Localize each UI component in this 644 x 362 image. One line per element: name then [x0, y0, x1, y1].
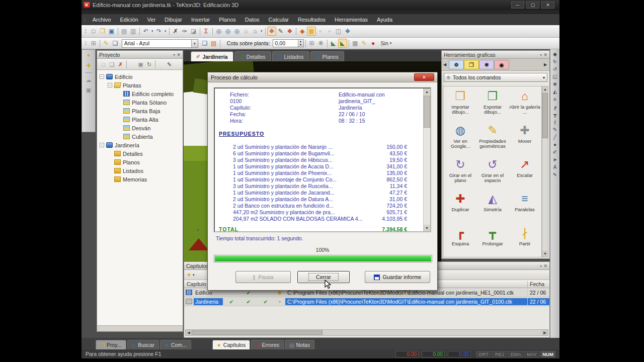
menu-dibujar[interactable]: Dibujar: [160, 15, 187, 25]
tree-expander-icon[interactable]: −: [100, 143, 104, 147]
toolbar-icon[interactable]: [296, 28, 296, 35]
star-icon[interactable]: ★: [187, 272, 191, 278]
indicator-rej[interactable]: REJ: [492, 351, 507, 357]
rail-icon[interactable]: [85, 72, 92, 73]
pin-icon[interactable]: ▪: [540, 52, 541, 57]
tool-importar-dibujo[interactable]: ❐ Importar dibujo...: [444, 88, 476, 123]
rail-pen-icon[interactable]: ✐: [551, 149, 559, 156]
tool-mover[interactable]: ✚ Mover: [509, 123, 541, 157]
toolbar-icon[interactable]: [265, 28, 266, 35]
chapter-row-jardineria[interactable]: Jardineria ✔ ✔ ✔ ● C:\Program Files (x86…: [184, 297, 549, 306]
tab-scroll-left-icon[interactable]: ◀: [443, 62, 447, 67]
brush-icon[interactable]: ✑: [180, 27, 189, 36]
rail-scale-icon[interactable]: ◱: [551, 73, 559, 80]
chevron-down-icon[interactable]: ▾: [191, 40, 198, 47]
tool-prolongar[interactable]: ┳ Prolongar: [476, 225, 509, 257]
indicator-ort[interactable]: ORT: [476, 351, 491, 357]
tree-item-planta-baja[interactable]: Planta Baja: [97, 107, 183, 115]
tool-abrir-galeria[interactable]: ⌂ Abrir la galería ...: [509, 88, 541, 123]
rail-diamond-icon[interactable]: ◆: [551, 51, 559, 58]
rail-extend-icon[interactable]: ┳: [551, 111, 559, 118]
tool-ver-en-google[interactable]: ◍ Ver en Google...: [444, 123, 476, 157]
close-icon[interactable]: ✕: [177, 52, 181, 57]
chapters-hscrollbar[interactable]: ◀ ▶: [185, 329, 548, 336]
column-fecha[interactable]: Fecha: [527, 281, 549, 287]
tree-item-cubierta[interactable]: Cubierta: [97, 132, 183, 141]
cerrar-button[interactable]: Cerrar: [297, 271, 350, 283]
bottom-tab-errores[interactable]: ✗ Errores: [251, 340, 284, 349]
tree-item-listados[interactable]: Listados: [97, 166, 183, 175]
tool-girar-espacio[interactable]: ↺ Girar en el espacio: [476, 157, 509, 191]
redo-icon[interactable]: ↷: [154, 27, 164, 36]
toolbar-icon[interactable]: [212, 28, 213, 35]
light-tool-icon[interactable]: ▫: [316, 27, 325, 36]
dialog-title-bar[interactable]: Proceso de cálculo ✕: [208, 72, 437, 82]
tab-planos[interactable]: ❏ Planos: [310, 51, 344, 61]
undo-icon[interactable]: ↶: [141, 27, 150, 36]
link-tool-icon[interactable]: ◫: [334, 27, 343, 36]
spinner-arrows-icon[interactable]: ▲▼: [298, 40, 303, 47]
scroll-right-icon[interactable]: ▶: [542, 330, 548, 335]
tab-listados[interactable]: ❏ Listados: [272, 51, 309, 61]
scrollbar-thumb[interactable]: [192, 330, 323, 335]
tools-tab-edicion[interactable]: ❃: [479, 60, 494, 69]
eraser-icon[interactable]: ◪: [189, 27, 198, 36]
rail-parallels-icon[interactable]: ≡: [551, 96, 559, 103]
tree-item-planta-sotano[interactable]: Planta Sótano: [97, 98, 183, 107]
budget-report-list[interactable]: Fichero: Edificio-manual con jardineria_…: [214, 87, 431, 232]
menu-planos[interactable]: Planos: [214, 15, 240, 25]
pin-icon[interactable]: ▪: [173, 52, 175, 57]
measure-icon[interactable]: ✎: [276, 27, 285, 36]
print-icon[interactable]: ▤: [120, 27, 129, 36]
pan-icon[interactable]: ⌂: [242, 27, 251, 36]
pin-icon[interactable]: ▪: [540, 263, 541, 268]
tree-item-planos[interactable]: Planos: [97, 158, 183, 166]
pause-button[interactable]: ∥ Pausa: [235, 271, 291, 283]
tree-item-desvan[interactable]: Desván: [97, 124, 183, 132]
page2-icon[interactable]: ❏: [200, 39, 209, 48]
tool-propiedades-geometricas[interactable]: ✎ Propiedades geométricas: [476, 123, 509, 157]
tree-item-planta-alta[interactable]: Planta Alta: [97, 115, 183, 124]
tab-detalles[interactable]: ❏ Detalles: [234, 51, 271, 61]
scroll-left-icon[interactable]: ◀: [186, 330, 192, 335]
toolbar-icon[interactable]: [118, 28, 118, 35]
scroll-down-icon[interactable]: ▼: [424, 225, 430, 231]
rail-line-icon[interactable]: ╱: [551, 134, 559, 141]
materials-icon[interactable]: ❖: [285, 27, 294, 36]
menu-archivo[interactable]: Archivo: [88, 15, 116, 25]
menu-ayuda[interactable]: Ayuda: [372, 15, 397, 25]
delete-icon[interactable]: ✗: [171, 27, 180, 36]
angle-active-icon[interactable]: ◣: [338, 39, 347, 48]
project-delete-icon[interactable]: ✗: [116, 60, 125, 68]
grid-icon[interactable]: ⊞: [89, 39, 98, 48]
chevron-down-icon[interactable]: ▾: [193, 273, 195, 277]
report-scrollbar[interactable]: ▲ ▼: [423, 88, 430, 231]
sign-icon[interactable]: ✎: [102, 39, 111, 48]
cota-spinner[interactable]: 0,00 ▲▼: [273, 39, 304, 47]
tree-item-plantas[interactable]: − Plantas: [97, 81, 183, 89]
rail-symmetry-icon[interactable]: ◭: [551, 88, 559, 96]
menu-insertar[interactable]: Insertar: [187, 15, 214, 25]
view-dropdown-icon[interactable]: ▾: [260, 27, 264, 36]
print-preview-icon[interactable]: ▥: [129, 27, 138, 36]
zoom-in-icon[interactable]: ◎: [214, 27, 223, 36]
maximize-button[interactable]: ▢: [526, 2, 539, 9]
bottom-tab-capitulos[interactable]: ★ Capítulos: [212, 340, 250, 349]
diamond-tool-icon[interactable]: ◆: [298, 27, 307, 36]
new-file-icon[interactable]: □: [89, 27, 98, 36]
menu-calcular[interactable]: Calcular: [264, 15, 293, 25]
tool-exportar-dibujo[interactable]: ❐ Exportar dibujo...: [476, 88, 509, 123]
tool-paralelas[interactable]: ≡ Paralelas: [509, 191, 541, 225]
column-capitulo[interactable]: Capítulo: [184, 281, 206, 287]
toolbar-icon[interactable]: [327, 40, 328, 47]
page-icon[interactable]: ❏: [111, 39, 120, 48]
rail-text-icon[interactable]: A: [551, 164, 559, 171]
menu-resultados[interactable]: Resultados: [293, 15, 330, 25]
render-icon[interactable]: ❖: [267, 27, 276, 36]
scrollbar-thumb[interactable]: [542, 93, 548, 138]
calculate-sum-icon[interactable]: Σ: [202, 27, 211, 36]
rail-duplicate-icon[interactable]: ❖: [551, 81, 559, 88]
gears-tool-icon[interactable]: ❖: [343, 27, 352, 36]
menu-herramientas[interactable]: Herramientas: [330, 15, 372, 25]
toolbar-icon[interactable]: [305, 40, 306, 47]
